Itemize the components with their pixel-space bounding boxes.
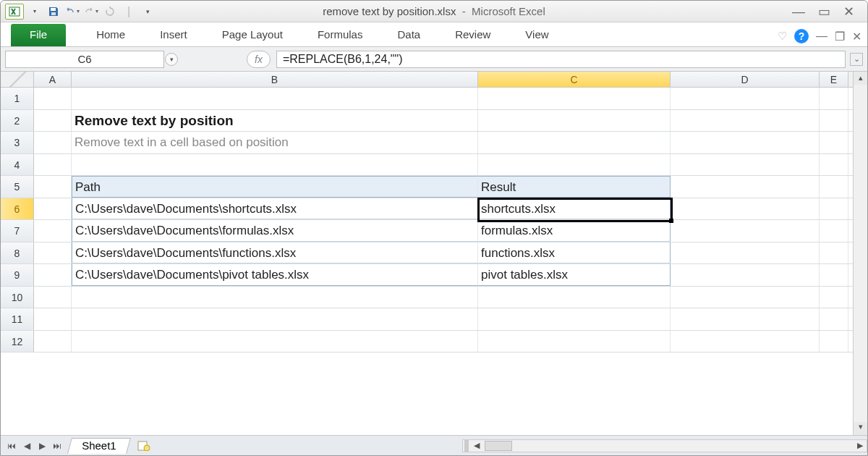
col-header-E[interactable]: E xyxy=(820,72,848,87)
cell-B6[interactable]: C:\Users\dave\Documents\shortcuts.xlsx xyxy=(72,198,478,220)
horizontal-scrollbar[interactable]: ◀ ▶ xyxy=(462,439,867,452)
tab-review[interactable]: Review xyxy=(438,24,508,46)
cell-B4[interactable] xyxy=(72,154,478,176)
cell-A5[interactable] xyxy=(34,176,72,198)
cell-A3[interactable] xyxy=(34,132,72,153)
cell-D2[interactable] xyxy=(671,110,820,132)
cell-C2[interactable] xyxy=(478,110,671,132)
sheet-last-button[interactable]: ⏭ xyxy=(51,439,64,452)
row-header-4[interactable]: 4 xyxy=(1,154,34,176)
cell-C3[interactable] xyxy=(478,132,671,153)
hscroll-right-icon[interactable]: ▶ xyxy=(854,441,867,450)
cell-C1[interactable] xyxy=(478,88,671,109)
sheet-prev-button[interactable]: ◀ xyxy=(20,439,33,452)
excel-logo[interactable] xyxy=(5,4,24,20)
cell-D1[interactable] xyxy=(671,88,820,109)
vertical-scrollbar[interactable]: ▴ ▾ xyxy=(853,72,867,435)
cell-D7[interactable] xyxy=(671,220,820,242)
cell-B10[interactable] xyxy=(72,287,478,308)
doc-minimize-button[interactable]: ― xyxy=(816,30,827,43)
close-button[interactable]: ✕ xyxy=(843,5,854,18)
cell-C8[interactable]: functions.xlsx xyxy=(478,242,671,264)
cell-A8[interactable] xyxy=(34,242,72,264)
tab-formulas[interactable]: Formulas xyxy=(300,24,380,46)
cell-B8[interactable]: C:\Users\dave\Documents\functions.xlsx xyxy=(72,242,478,264)
row-header-8[interactable]: 8 xyxy=(1,242,34,264)
name-box-dropdown-icon[interactable]: ▾ xyxy=(165,53,178,66)
cell-B3[interactable]: Remove text in a cell based on position xyxy=(72,132,478,153)
tab-view[interactable]: View xyxy=(508,24,566,46)
new-sheet-button[interactable] xyxy=(135,439,153,452)
hscroll-splitter[interactable] xyxy=(464,440,469,452)
doc-restore-button[interactable]: ❐ xyxy=(835,30,845,43)
select-all-corner[interactable] xyxy=(1,72,34,87)
col-header-C[interactable]: C xyxy=(478,72,671,87)
col-header-B[interactable]: B xyxy=(72,72,478,87)
sheet-tab-sheet1[interactable]: Sheet1 xyxy=(67,438,130,454)
cell-B1[interactable] xyxy=(72,88,478,109)
tab-insert[interactable]: Insert xyxy=(142,24,205,46)
cell-B7[interactable]: C:\Users\dave\Documents\formulas.xlsx xyxy=(72,220,478,242)
row-header-12[interactable]: 12 xyxy=(1,331,34,352)
cell-E4[interactable] xyxy=(820,154,848,176)
row-header-11[interactable]: 11 xyxy=(1,308,34,330)
cell-D12[interactable] xyxy=(671,331,820,352)
cell-C12[interactable] xyxy=(478,331,671,352)
doc-close-button[interactable]: ✕ xyxy=(852,30,861,43)
tab-file[interactable]: File xyxy=(11,24,66,46)
row-header-1[interactable]: 1 xyxy=(1,88,34,109)
cell-A10[interactable] xyxy=(34,287,72,308)
row-header-7[interactable]: 7 xyxy=(1,220,34,242)
cell-E6[interactable] xyxy=(820,198,848,220)
row-header-3[interactable]: 3 xyxy=(1,132,34,153)
cell-D8[interactable] xyxy=(671,242,820,264)
fx-icon[interactable]: fx xyxy=(255,54,263,65)
cell-B11[interactable] xyxy=(72,308,478,330)
cell-E9[interactable] xyxy=(820,264,848,286)
cell-C7[interactable]: formulas.xlsx xyxy=(478,220,671,242)
cell-D3[interactable] xyxy=(671,132,820,153)
sheet-next-button[interactable]: ▶ xyxy=(35,439,48,452)
cell-D9[interactable] xyxy=(671,264,820,286)
redo-button[interactable]: ▾ xyxy=(83,4,99,20)
cell-D5[interactable] xyxy=(671,176,820,198)
cell-C9[interactable]: pivot tables.xlsx xyxy=(478,264,671,286)
cell-A7[interactable] xyxy=(34,220,72,242)
tab-home[interactable]: Home xyxy=(79,24,142,46)
cell-E8[interactable] xyxy=(820,242,848,264)
formula-expand-button[interactable]: ⌄ xyxy=(850,53,863,66)
row-header-6[interactable]: 6 xyxy=(1,198,34,220)
tab-page-layout[interactable]: Page Layout xyxy=(205,24,300,46)
cell-C4[interactable] xyxy=(478,154,671,176)
row-header-2[interactable]: 2 xyxy=(1,110,34,132)
name-box[interactable]: C6 ▾ xyxy=(5,51,164,68)
row-header-10[interactable]: 10 xyxy=(1,287,34,308)
cell-D4[interactable] xyxy=(671,154,820,176)
scroll-down-icon[interactable]: ▾ xyxy=(859,422,863,434)
cell-E1[interactable] xyxy=(820,88,848,109)
col-header-A[interactable]: A xyxy=(34,72,72,87)
cell-D10[interactable] xyxy=(671,287,820,308)
help-button[interactable]: ? xyxy=(794,29,809,43)
cell-C5[interactable]: Result xyxy=(478,176,671,198)
cell-A9[interactable] xyxy=(34,264,72,286)
repeat-button[interactable] xyxy=(102,4,118,20)
cell-A4[interactable] xyxy=(34,154,72,176)
cell-D11[interactable] xyxy=(671,308,820,330)
cell-E12[interactable] xyxy=(820,331,848,352)
row-header-9[interactable]: 9 xyxy=(1,264,34,286)
hscroll-left-icon[interactable]: ◀ xyxy=(470,441,483,450)
undo-button[interactable]: ▾ xyxy=(64,4,80,20)
minimize-button[interactable]: ― xyxy=(792,5,805,18)
save-button[interactable] xyxy=(46,4,61,20)
cell-E2[interactable] xyxy=(820,110,848,132)
grid-main[interactable]: A B C D E 1 2 xyxy=(1,72,853,435)
cell-A12[interactable] xyxy=(34,331,72,352)
cell-C10[interactable] xyxy=(478,287,671,308)
cell-A2[interactable] xyxy=(34,110,72,132)
tab-data[interactable]: Data xyxy=(380,24,438,46)
cell-B5[interactable]: Path xyxy=(72,176,478,198)
scroll-up-icon[interactable]: ▴ xyxy=(859,73,863,85)
maximize-button[interactable]: ▭ xyxy=(818,5,830,18)
cell-E5[interactable] xyxy=(820,176,848,198)
